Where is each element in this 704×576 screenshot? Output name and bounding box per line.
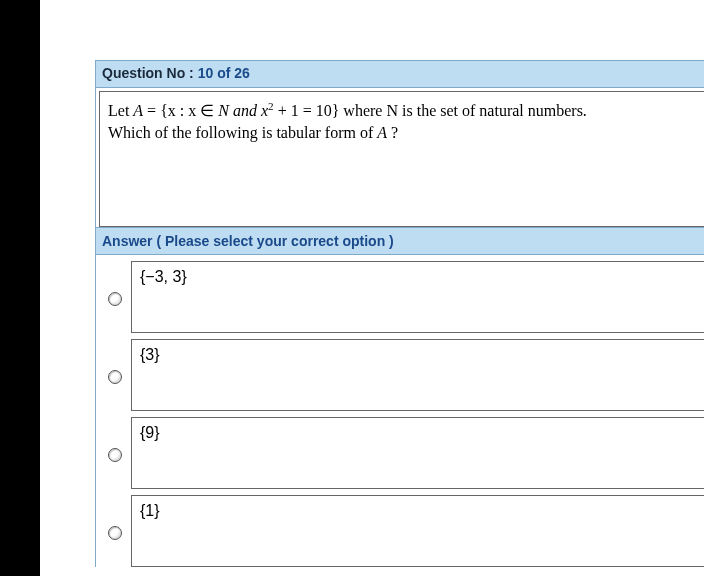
option-row[interactable]: {1} bbox=[99, 489, 704, 567]
left-margin-strip bbox=[0, 0, 40, 576]
q-text-var-N: N bbox=[218, 102, 229, 119]
answer-header-label: Answer ( Please select your correct opti… bbox=[102, 233, 394, 249]
answer-header: Answer ( Please select your correct opti… bbox=[95, 228, 704, 255]
q-text-frag: and x bbox=[229, 102, 268, 119]
option-row[interactable]: {−3, 3} bbox=[99, 255, 704, 333]
option-radio-cell[interactable] bbox=[99, 526, 131, 540]
q-text-frag: Which of the following is tabular form o… bbox=[108, 124, 377, 141]
question-page: Question No : 10 of 26 Let A = {x : x ∈ … bbox=[95, 60, 704, 567]
question-body-container: Let A = {x : x ∈ N and x2 + 1 = 10} wher… bbox=[95, 88, 704, 228]
q-text-frag: ? bbox=[387, 124, 398, 141]
option-radio-cell[interactable] bbox=[99, 448, 131, 462]
option-row[interactable]: {3} bbox=[99, 333, 704, 411]
question-text: Let A = {x : x ∈ N and x2 + 1 = 10} wher… bbox=[99, 91, 704, 227]
radio-icon[interactable] bbox=[108, 448, 122, 462]
question-of-word: of bbox=[213, 65, 234, 81]
option-box[interactable]: {3} bbox=[131, 339, 704, 411]
option-box[interactable]: {9} bbox=[131, 417, 704, 489]
option-text: {3} bbox=[140, 346, 160, 363]
option-text: {9} bbox=[140, 424, 160, 441]
q-text-frag: = {x : x ∈ bbox=[143, 102, 218, 119]
q-text-exponent: 2 bbox=[268, 100, 274, 112]
option-row[interactable]: {9} bbox=[99, 411, 704, 489]
option-radio-cell[interactable] bbox=[99, 292, 131, 306]
option-box[interactable]: {−3, 3} bbox=[131, 261, 704, 333]
option-text: {1} bbox=[140, 502, 160, 519]
question-number-header: Question No : 10 of 26 bbox=[95, 60, 704, 88]
options-container: {−3, 3} {3} {9} {1} bbox=[95, 255, 704, 567]
radio-icon[interactable] bbox=[108, 526, 122, 540]
q-text-var-A: A bbox=[133, 102, 143, 119]
q-text-var-A: A bbox=[377, 124, 387, 141]
option-radio-cell[interactable] bbox=[99, 370, 131, 384]
option-text: {−3, 3} bbox=[140, 268, 187, 285]
q-text-frag: + 1 = 10} where N is the set of natural … bbox=[274, 102, 587, 119]
radio-icon[interactable] bbox=[108, 292, 122, 306]
question-label-prefix: Question No : bbox=[102, 65, 198, 81]
question-current-number: 10 bbox=[198, 65, 214, 81]
question-total-number: 26 bbox=[234, 65, 250, 81]
radio-icon[interactable] bbox=[108, 370, 122, 384]
option-box[interactable]: {1} bbox=[131, 495, 704, 567]
q-text-frag: Let bbox=[108, 102, 133, 119]
